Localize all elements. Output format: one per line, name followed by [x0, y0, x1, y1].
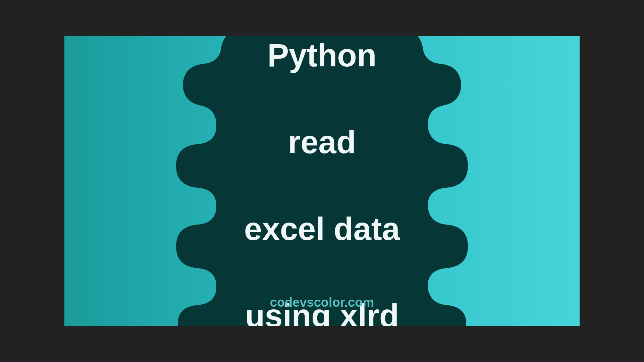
title-line-3: excel data	[244, 211, 400, 247]
credit-text: codevscolor.com	[270, 295, 374, 310]
title-line-2: read	[288, 124, 356, 160]
banner-graphic: Python read excel data using xlrd codevs…	[64, 36, 580, 326]
title-line-1: Python	[267, 37, 376, 73]
title-heading: Python read excel data using xlrd	[244, 36, 400, 326]
